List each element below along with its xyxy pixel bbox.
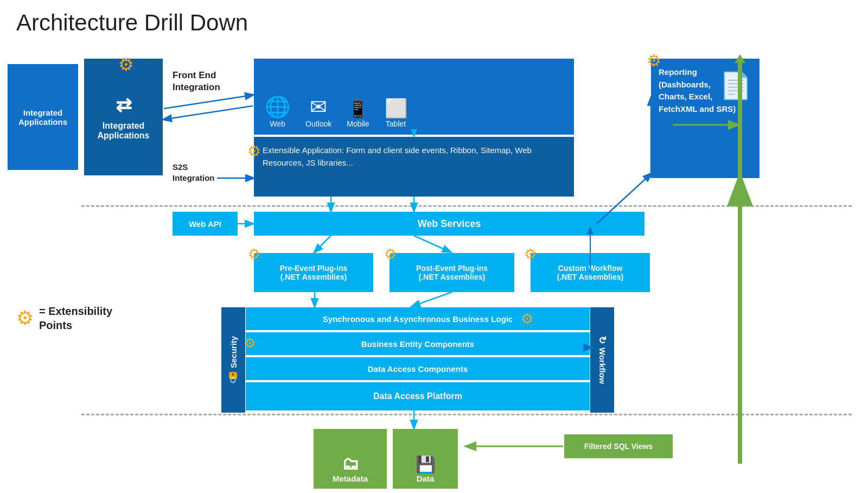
s2s-label: S2S Integration [173, 162, 215, 183]
web-icon-item: 🌐 Web [265, 97, 290, 128]
security-bar: 🔒 Security [221, 307, 245, 413]
data-access-platform-label: Data Access Platform [373, 391, 462, 401]
workflow-bar: ↻ Workflow [590, 307, 614, 413]
svg-line-0 [164, 95, 253, 109]
green-arrow-line [738, 59, 742, 464]
outlook-label: Outlook [305, 119, 331, 128]
integrated-app-right-label: Integrated Applications [90, 121, 157, 141]
data-access-comp-box: Data Access Components [246, 357, 590, 380]
email-icon: ✉ [310, 97, 327, 117]
top-center-box: 🌐 Web ✉ Outlook 📱 Mobile ⬜ Tablet [254, 59, 574, 135]
web-services-box: Web Services [254, 212, 644, 236]
svg-line-1 [164, 106, 253, 119]
metadata-icon: 🗂 [342, 454, 359, 474]
integrated-app-right-box: ⇄ Integrated Applications [84, 59, 163, 175]
integrated-app-left-box: Integrated Applications [8, 64, 78, 170]
gear-icon-business: ⚙ [244, 336, 256, 351]
dashed-line-top [81, 205, 852, 207]
svg-line-7 [315, 236, 331, 252]
web-services-label: Web Services [418, 218, 481, 230]
gear-icon-extensible: ⚙ [247, 142, 261, 160]
web-api-label: Web API [189, 219, 221, 229]
tablet-icon: ⬜ [385, 99, 407, 117]
globe-icon: 🌐 [265, 97, 290, 117]
gear-icon-sync: ⚙ [521, 311, 533, 327]
workflow-label: Workflow [598, 347, 607, 384]
data-access-comp-label: Data Access Components [368, 364, 468, 374]
svg-line-13 [412, 292, 452, 306]
metadata-box: 🗂 Metadata [314, 429, 387, 489]
data-label: Data [417, 474, 435, 483]
integrated-app-left-label: Integrated Applications [13, 108, 73, 127]
extensible-app-box: Extensible Application: Form and client … [254, 137, 574, 197]
security-icon: 🔒 [227, 371, 240, 384]
custom-workflow-box: Custom Workflow (.NET Assemblies) [531, 253, 650, 292]
custom-wf-label: Custom Workflow (.NET Assemblies) [557, 264, 623, 281]
pre-event-box: Pre-Event Plug-ins (.NET Assemblies) [254, 253, 373, 292]
gear-icon-post-event: ⚙ [384, 246, 397, 263]
data-box: 💾 Data [393, 429, 458, 489]
outlook-icon-item: ✉ Outlook [305, 97, 331, 128]
legend-text: = Extensibility Points [39, 304, 112, 332]
workflow-icon: ↻ [596, 336, 608, 344]
reporting-doc-icon: 📄 [719, 66, 752, 105]
reporting-box: 📄 Reporting (Dashboards, Charts, Excel, … [651, 59, 760, 178]
dashed-line-bottom [81, 414, 852, 415]
arrows-icon: ⇄ [116, 94, 132, 117]
legend-gear-icon: ⚙ [16, 307, 34, 330]
gear-icon-integrated: ⚙ [118, 54, 134, 75]
sync-async-box: Synchronous and Asynchronous Business Lo… [246, 307, 590, 330]
business-entity-label: Business Entity Components [361, 339, 474, 349]
metadata-label: Metadata [333, 474, 368, 483]
pre-event-label: Pre-Event Plug-ins (.NET Assemblies) [280, 264, 347, 281]
data-access-platform-box: Data Access Platform [246, 382, 590, 410]
filtered-sql-box: Filtered SQL Views [564, 434, 673, 458]
web-label: Web [270, 119, 285, 128]
filtered-sql-label: Filtered SQL Views [584, 442, 653, 451]
tablet-label: Tablet [386, 119, 406, 128]
mobile-label: Mobile [347, 119, 369, 128]
post-event-label: Post-Event Plug-ins (.NET Assemblies) [416, 264, 488, 281]
post-event-box: Post-Event Plug-ins (.NET Assemblies) [390, 253, 514, 292]
mobile-icon: 📱 [348, 101, 368, 117]
web-api-box: Web API [173, 212, 238, 236]
top-icons-row: 🌐 Web ✉ Outlook 📱 Mobile ⬜ Tablet [265, 97, 563, 128]
gear-icon-reporting: ⚙ [647, 51, 661, 70]
page-title: Architecture Drill Down [16, 10, 248, 36]
extensible-app-text: Extensible Application: Form and client … [263, 146, 532, 167]
tablet-icon-item: ⬜ Tablet [385, 99, 407, 128]
security-label: Security [229, 336, 238, 368]
legend-box: ⚙ = Extensibility Points [16, 304, 112, 332]
green-arrow-top [735, 54, 745, 63]
mobile-icon-item: 📱 Mobile [347, 101, 369, 128]
front-end-label: Front End Integration [173, 69, 220, 93]
gear-icon-custom-wf: ⚙ [524, 246, 537, 263]
gear-icon-pre-event: ⚙ [248, 246, 260, 263]
data-icon: 💾 [416, 455, 436, 474]
sync-async-label: Synchronous and Asynchronous Business Lo… [323, 314, 513, 324]
svg-line-8 [414, 236, 450, 252]
business-entity-box: Business Entity Components [246, 332, 590, 355]
